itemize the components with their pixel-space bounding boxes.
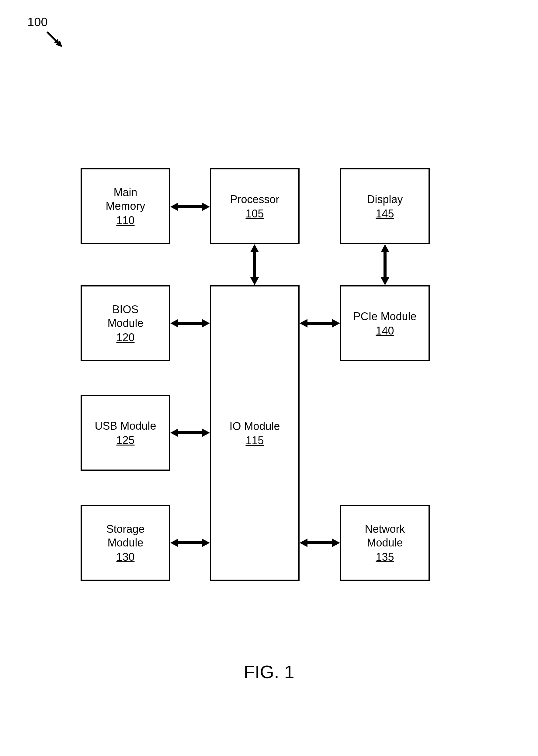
double-arrow-icon [299,317,340,329]
svg-marker-14 [202,539,210,547]
svg-marker-10 [170,428,178,437]
svg-marker-26 [381,277,389,285]
svg-marker-8 [202,319,210,328]
block-bios: BIOSModule 120 [81,285,170,361]
svg-marker-17 [332,319,340,328]
block-number: 135 [376,551,394,564]
svg-marker-5 [202,202,210,211]
block-usb: USB Module 125 [81,395,170,471]
block-label: USB Module [95,419,156,433]
double-arrow-icon [299,537,340,549]
svg-marker-7 [170,319,178,328]
block-number: 125 [116,434,134,447]
block-number: 145 [376,207,394,220]
svg-marker-4 [170,202,178,211]
block-pcie: PCIe Module 140 [340,285,430,361]
svg-marker-23 [250,277,259,285]
block-display: Display 145 [340,168,430,244]
svg-marker-16 [299,319,307,328]
block-main-memory: MainMemory 110 [81,168,170,244]
block-storage: StorageModule 130 [81,505,170,581]
svg-marker-13 [170,539,178,547]
figure-ref-number: 100 [27,15,48,29]
block-number: 105 [245,207,264,220]
block-label: StorageModule [106,522,144,550]
svg-marker-19 [299,539,307,547]
block-io-module: IO Module 115 [210,285,299,581]
block-number: 130 [116,551,134,564]
double-arrow-icon [248,244,261,285]
double-arrow-icon [170,427,210,439]
block-number: 115 [245,434,264,447]
figure-ref-arrow-icon [46,30,67,52]
block-label: IO Module [229,419,280,433]
svg-marker-25 [381,244,389,252]
block-label: NetworkModule [365,522,405,550]
block-label: Display [367,192,403,206]
block-label: PCIe Module [353,309,416,323]
figure-caption: FIG. 1 [0,662,538,682]
block-number: 110 [116,214,134,227]
diagram-page: 100 MainMemory 110 Processor 105 Display… [0,0,538,756]
svg-marker-22 [250,244,259,252]
block-label: BIOSModule [107,302,143,330]
svg-marker-11 [202,428,210,437]
block-network: NetworkModule 135 [340,505,430,581]
double-arrow-icon [170,537,210,549]
block-processor: Processor 105 [210,168,299,244]
block-label: Processor [230,192,279,206]
double-arrow-icon [170,317,210,329]
double-arrow-icon [170,201,210,213]
svg-marker-20 [332,539,340,547]
double-arrow-icon [379,244,391,285]
block-label: MainMemory [106,186,145,213]
block-number: 140 [376,324,394,337]
block-number: 120 [116,331,134,344]
